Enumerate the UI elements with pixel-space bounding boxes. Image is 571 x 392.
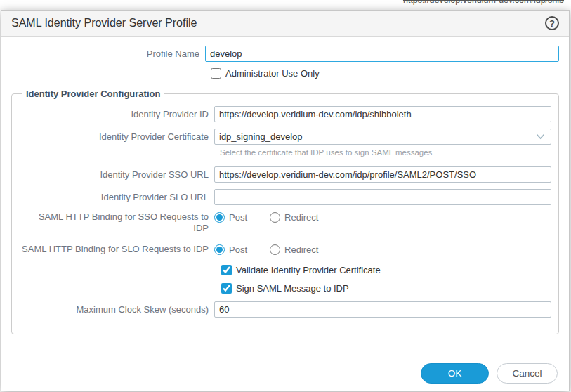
sso-binding-label: SAML HTTP Binding for SSO Requests to ID… <box>19 211 214 234</box>
slo-binding-post-radio[interactable] <box>214 244 225 255</box>
identity-provider-configuration-legend: Identity Provider Configuration <box>22 89 164 99</box>
certificate-helper-text: Select the certificate that IDP uses to … <box>220 148 551 157</box>
profile-name-input[interactable] <box>205 46 559 62</box>
administrator-use-only-label: Administrator Use Only <box>225 68 320 79</box>
sso-binding-post-label: Post <box>229 212 247 223</box>
sso-binding-post-radio[interactable] <box>214 212 225 223</box>
validate-idp-certificate-label: Validate Identity Provider Certificate <box>236 265 381 275</box>
identity-provider-slo-url-input[interactable] <box>214 189 551 205</box>
slo-binding-post-label: Post <box>229 244 247 255</box>
sign-saml-message-checkbox[interactable] <box>221 283 232 294</box>
dialog-footer: OK Cancel <box>421 363 558 384</box>
identity-provider-sso-url-label: Identity Provider SSO URL <box>19 169 214 181</box>
background-url-text: https://develop.veridium-dev.com/idp/shi… <box>403 0 564 5</box>
administrator-use-only-checkbox[interactable] <box>211 68 221 79</box>
sso-binding-redirect-label: Redirect <box>284 212 318 223</box>
ok-button[interactable]: OK <box>421 363 489 384</box>
maximum-clock-skew-label: Maximum Clock Skew (seconds) <box>19 304 214 315</box>
slo-binding-label: SAML HTTP Binding for SLO Requests to ID… <box>19 244 214 255</box>
slo-binding-radio-group: Post Redirect <box>214 244 318 255</box>
slo-binding-redirect-label: Redirect <box>284 244 318 255</box>
profile-name-label: Profile Name <box>11 48 205 60</box>
dialog-header: SAML Identity Provider Server Profile ? <box>1 11 569 37</box>
sso-binding-redirect-radio[interactable] <box>270 212 280 223</box>
help-icon[interactable]: ? <box>545 16 559 30</box>
identity-provider-certificate-value: idp_signing_develop <box>219 131 303 142</box>
identity-provider-certificate-label: Identity Provider Certificate <box>19 131 214 143</box>
sso-binding-radio-group: Post Redirect <box>214 211 318 223</box>
slo-binding-redirect-radio[interactable] <box>270 244 280 255</box>
dialog-title: SAML Identity Provider Server Profile <box>11 17 197 30</box>
maximum-clock-skew-input[interactable] <box>214 301 551 318</box>
sign-saml-message-label: Sign SAML Message to IDP <box>236 283 349 294</box>
dialog-body: Profile Name Administrator Use Only Iden… <box>1 37 569 391</box>
cancel-button[interactable]: Cancel <box>497 363 558 384</box>
identity-provider-slo-url-label: Identity Provider SLO URL <box>19 192 214 203</box>
identity-provider-configuration-section: Identity Provider Configuration Identity… <box>11 89 559 334</box>
identity-provider-id-label: Identity Provider ID <box>19 109 214 120</box>
identity-provider-id-input[interactable] <box>214 106 551 122</box>
identity-provider-sso-url-input[interactable] <box>214 166 551 183</box>
saml-idp-server-profile-dialog: SAML Identity Provider Server Profile ? … <box>1 10 570 391</box>
identity-provider-certificate-select[interactable]: idp_signing_develop <box>214 129 551 145</box>
chevron-down-icon <box>536 133 545 140</box>
validate-idp-certificate-checkbox[interactable] <box>221 265 232 275</box>
